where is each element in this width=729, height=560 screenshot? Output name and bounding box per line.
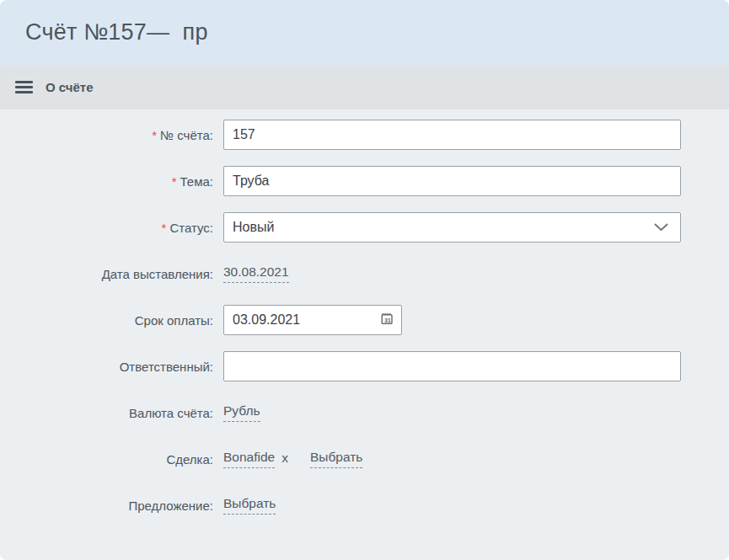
issue-date-link[interactable]: 30.08.2021 [223,264,289,283]
deal-link[interactable]: Bonafide [223,450,275,468]
field-label-text: Срок оплаты: [135,313,213,328]
field-label: Сделка: [0,452,213,467]
required-marker: * [162,221,167,235]
page-title: Счёт №157— пр [25,19,208,45]
field-label: *Тема: [0,174,213,189]
topic-input[interactable] [223,166,681,196]
due-date-field: 31 [223,305,402,335]
form-row-deal: Сделка: Bonafide x Выбрать [0,444,729,474]
tab-about-invoice[interactable]: О счёте [46,80,94,94]
quote-choose-link[interactable]: Выбрать [223,496,276,515]
status-select-value: Новый [233,220,274,235]
header: Счёт №157— пр [0,0,729,65]
deal-remove-link[interactable]: x [281,451,288,468]
required-marker: * [172,174,177,189]
field-label: Дата выставления: [0,267,213,281]
calendar-icon[interactable]: 31 [379,311,394,329]
responsible-input[interactable] [223,351,681,381]
field-label: Ответственный: [0,360,213,374]
hamburger-icon[interactable] [15,81,33,93]
field-label: *№ счёта: [0,128,213,142]
svg-text:31: 31 [384,317,391,323]
currency-link[interactable]: Рубль [223,403,260,422]
required-marker: * [152,128,157,142]
due-date-input[interactable] [233,312,379,328]
field-label-text: Ответственный: [120,360,213,374]
field-label: Срок оплаты: [0,313,213,328]
field-label-text: Предложение: [128,499,213,513]
field-label-text: Валюта счёта: [129,406,213,420]
form-row-due-date: Срок оплаты: 31 [0,305,729,335]
field-label: Валюта счёта: [0,406,213,420]
form-row-invoice-number: *№ счёта: [0,120,729,150]
chevron-down-icon [654,220,668,235]
form-row-responsible: Ответственный: [0,351,729,381]
field-label-text: Статус: [169,221,213,235]
deal-choose-link[interactable]: Выбрать [310,450,362,468]
invoice-form: *№ счёта: *Тема: *Статус: Новый [0,109,729,520]
form-row-status: *Статус: Новый [0,212,729,243]
field-label-text: Тема: [180,174,214,189]
toolbar: О счёте [0,65,729,109]
field-label-text: Дата выставления: [102,267,213,281]
form-row-issue-date: Дата выставления: 30.08.2021 [0,259,729,289]
form-row-topic: *Тема: [0,166,729,196]
form-row-quote: Предложение: Выбрать [0,490,729,520]
status-select[interactable]: Новый [223,212,681,243]
field-label-text: Сделка: [166,452,213,467]
field-label: *Статус: [0,221,213,235]
field-label: Предложение: [0,499,213,513]
invoice-number-input[interactable] [223,120,681,150]
form-row-currency: Валюта счёта: Рубль [0,397,729,428]
field-label-text: № счёта: [160,128,213,142]
invoice-card: Счёт №157— пр О счёте *№ счёта: *Тема: *… [0,0,729,560]
